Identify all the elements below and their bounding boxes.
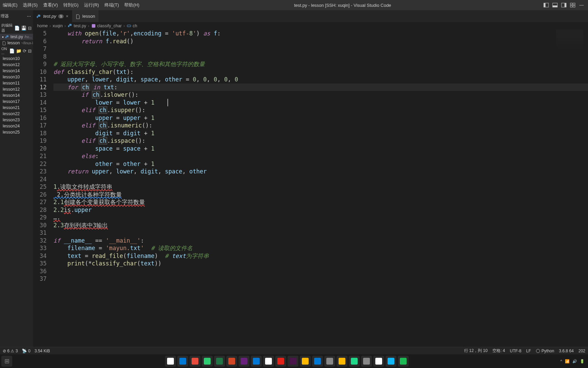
taskbar-chrome-icon[interactable]	[165, 356, 176, 367]
code-line-22[interactable]: other = other + 1	[53, 160, 588, 168]
code-line-35[interactable]: print(*classify_char(text))	[53, 260, 588, 267]
refresh-icon[interactable]: ⟳	[23, 48, 27, 53]
code-line-25[interactable]: 1.读取文件转成字符串	[53, 183, 588, 191]
taskbar-security-icon[interactable]	[361, 356, 372, 367]
taskbar-vscode-icon[interactable]	[251, 356, 262, 367]
taskbar-settings-icon[interactable]	[324, 356, 335, 367]
crumb-function[interactable]: classify_char	[91, 24, 122, 29]
taskbar-visualstudio-icon[interactable]	[239, 356, 249, 367]
code-line-20[interactable]: space = space + 1	[53, 145, 588, 153]
crumb-variable[interactable]: ch	[127, 24, 137, 29]
status-language[interactable]: Python	[536, 348, 554, 354]
folder-lesson10[interactable]: lesson10	[0, 56, 33, 62]
menu-go[interactable]: 转到(G)	[61, 2, 81, 8]
taskbar-powerpoint-icon[interactable]	[226, 356, 237, 367]
minimap[interactable]	[556, 30, 583, 50]
minimize-icon[interactable]: —	[578, 2, 585, 8]
open-editor-lesson[interactable]: lesson ~/linux-le...	[0, 40, 33, 46]
tray-chevron-icon[interactable]: ^	[560, 359, 562, 363]
taskbar-todesk-icon[interactable]	[190, 356, 200, 367]
tab-lesson[interactable]: lesson	[72, 10, 99, 22]
menu-terminal[interactable]: 终端(T)	[102, 2, 122, 8]
status-python-version[interactable]: 3.6.8 64	[559, 348, 574, 354]
explorer-more-icon[interactable]: ⋯	[27, 14, 33, 19]
code-line-8[interactable]	[53, 53, 588, 61]
code-editor[interactable]: 5678910111213141516171819202122232425262…	[33, 30, 588, 347]
code-line-9[interactable]: # 返回大写字母、小写字母、数字、空格和其他字符的数量	[53, 60, 588, 68]
code-line-13[interactable]: if ch.islower():	[53, 91, 588, 99]
code-line-7[interactable]	[53, 45, 588, 53]
folder-lesson12[interactable]: lesson12	[0, 62, 33, 68]
crumb-xuqin[interactable]: xuqin	[52, 24, 63, 28]
taskbar-slack-icon[interactable]	[288, 356, 298, 367]
folder-lesson25[interactable]: lesson25	[0, 129, 33, 135]
taskbar-notes-icon[interactable]	[337, 356, 347, 367]
tray-network-icon[interactable]: 📶	[565, 359, 570, 364]
taskbar-files-icon[interactable]	[300, 356, 311, 367]
layout-sidebar-icon[interactable]	[543, 2, 549, 8]
collapse-icon[interactable]: ⊟	[28, 48, 32, 53]
code-line-28[interactable]: 2.2is.upper	[53, 206, 588, 214]
code-line-30[interactable]: 2.3存到列表中3输出	[53, 221, 588, 229]
project-header[interactable]: ON ... 📄 📁 ⟳ ⊟	[0, 46, 33, 56]
code-line-27[interactable]: 2.1创建各个变量获取各个字符数量	[53, 198, 588, 206]
taskbar-edge-icon[interactable]	[177, 356, 188, 367]
code-line-15[interactable]: elif ch.isupper():	[53, 106, 588, 114]
taskbar-excel-icon[interactable]	[214, 356, 225, 367]
folder-lesson14[interactable]: lesson14	[0, 92, 33, 98]
folder-lesson10[interactable]: lesson10	[0, 74, 33, 80]
code-line-16[interactable]: upper = upper + 1	[53, 114, 588, 122]
tab-test-py[interactable]: test.py 9 ×	[33, 10, 72, 22]
folder-lesson23[interactable]: lesson23	[0, 117, 33, 123]
layout-customize-icon[interactable]	[570, 2, 576, 8]
menu-edit[interactable]: 编辑(E)	[0, 2, 20, 8]
folder-lesson12[interactable]: lesson12	[0, 86, 33, 92]
new-file-icon[interactable]: 📄	[14, 26, 20, 31]
code-line-23[interactable]: return upper, lower, digit, space, other	[53, 168, 588, 175]
crumb-home[interactable]: home	[37, 24, 48, 28]
status-indent[interactable]: 空格: 4	[492, 348, 505, 354]
status-problems[interactable]: ⊘ 6 ⚠ 3	[3, 349, 18, 353]
tray-volume-icon[interactable]: 🔊	[572, 359, 577, 364]
new-file-icon[interactable]: 📄	[9, 48, 15, 53]
menu-help[interactable]: 帮助(H)	[121, 2, 142, 8]
code-line-10[interactable]: def classify_char(txt):	[53, 68, 588, 76]
taskbar-pdf-icon[interactable]	[275, 356, 286, 367]
folder-lesson17[interactable]: lesson17	[0, 98, 33, 105]
menu-view[interactable]: 查看(V)	[40, 2, 61, 8]
code-line-18[interactable]: digit = digit + 1	[53, 129, 588, 137]
folder-lesson14[interactable]: lesson14	[0, 68, 33, 74]
code-line-24[interactable]	[53, 175, 588, 183]
crumb-file[interactable]: test.py	[68, 24, 86, 29]
new-folder-icon[interactable]: 📁	[16, 48, 21, 53]
code-line-29[interactable]: ….	[53, 214, 588, 221]
open-editor-test-py[interactable]: ● test.py /ho... 9	[0, 34, 33, 40]
taskbar-wechat-icon[interactable]	[202, 356, 213, 367]
taskbar-github-icon[interactable]	[373, 356, 384, 367]
folder-lesson22[interactable]: lesson22	[0, 111, 33, 117]
code-line-36[interactable]	[53, 267, 588, 275]
code-line-32[interactable]: if __name__ == '__main__':	[53, 237, 588, 245]
taskbar-spotify-icon[interactable]	[398, 356, 409, 367]
folder-lesson21[interactable]: lesson21	[0, 105, 33, 111]
taskbar-wikipedia-icon[interactable]	[263, 356, 274, 367]
folder-lesson11[interactable]: lesson11	[0, 80, 33, 86]
menu-run[interactable]: 运行(R)	[81, 2, 102, 8]
breadcrumbs[interactable]: home › xuqin › test.py › classify_char ›…	[33, 22, 588, 30]
status-encoding[interactable]: UTF-8	[510, 348, 521, 354]
code-line-34[interactable]: text = read_file(filename) # text为字符串	[53, 252, 588, 260]
status-cursor[interactable]: 行 12，列 10	[464, 348, 488, 354]
taskbar-pycharm-icon[interactable]	[349, 356, 360, 367]
open-editors-header[interactable]: 的编辑器 📄 💾 ⊟	[0, 22, 33, 34]
taskbar-qq-icon[interactable]	[386, 356, 396, 367]
start-menu-icon[interactable]: ⊞	[1, 356, 12, 367]
layout-panel-icon[interactable]	[552, 2, 558, 8]
code-line-21[interactable]: else:	[53, 152, 588, 160]
code-line-37[interactable]	[53, 275, 588, 283]
code-line-17[interactable]: elif ch.isnumeric():	[53, 122, 588, 129]
status-eol[interactable]: LF	[526, 348, 531, 354]
layout-sidebar-right-icon[interactable]	[561, 2, 567, 8]
code-line-33[interactable]: filename = 'mayun.txt' # 读取的文件名	[53, 244, 588, 252]
code-line-6[interactable]: return f.read()	[53, 37, 588, 45]
code-line-5[interactable]: with open(file,'r',encoding = 'utf-8') a…	[53, 30, 588, 37]
